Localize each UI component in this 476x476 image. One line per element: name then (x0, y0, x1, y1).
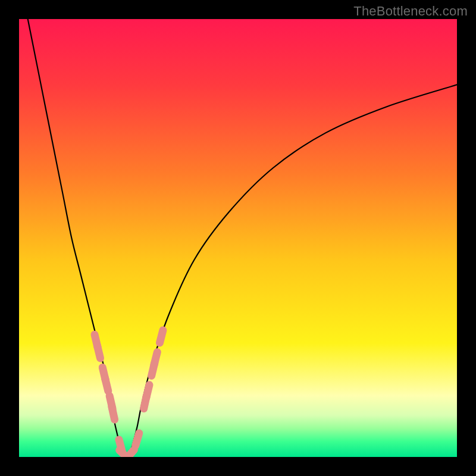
bead-marker (159, 330, 163, 343)
watermark-text: TheBottleneck.com (353, 4, 468, 19)
curve-layer (19, 19, 457, 457)
bead-marker (105, 378, 108, 391)
bottleneck-curve (19, 19, 457, 457)
bead-marker (126, 450, 134, 457)
data-point-beads (95, 330, 163, 457)
plot-area (19, 19, 457, 457)
bead-marker (97, 346, 100, 358)
bead-marker (112, 407, 115, 419)
bead-marker (136, 433, 139, 446)
bead-marker (146, 385, 149, 397)
chart-frame: TheBottleneck.com (0, 0, 476, 476)
bead-marker (154, 352, 157, 365)
